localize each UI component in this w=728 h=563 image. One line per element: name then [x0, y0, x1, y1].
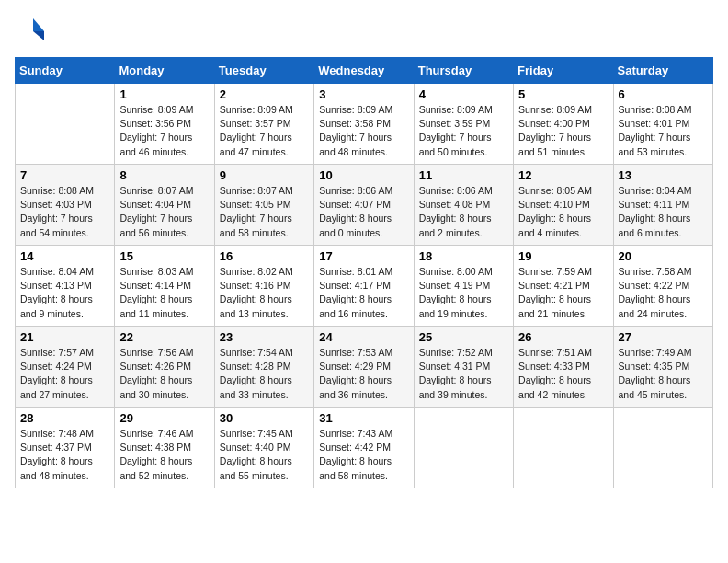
day-number: 5: [518, 87, 608, 101]
calendar-cell: 12Sunrise: 8:05 AMSunset: 4:10 PMDayligh…: [514, 165, 613, 246]
calendar-cell: 18Sunrise: 8:00 AMSunset: 4:19 PMDayligh…: [414, 246, 513, 327]
col-header-friday: Friday: [514, 58, 613, 84]
day-info: Sunrise: 7:52 AMSunset: 4:31 PMDaylight:…: [419, 346, 508, 402]
day-number: 20: [619, 249, 708, 263]
day-info: Sunrise: 8:07 AMSunset: 4:05 PMDaylight:…: [220, 184, 309, 240]
calendar-week-5: 28Sunrise: 7:48 AMSunset: 4:37 PMDayligh…: [16, 408, 713, 488]
day-info: Sunrise: 7:58 AMSunset: 4:22 PMDaylight:…: [619, 265, 708, 321]
col-header-sunday: Sunday: [16, 58, 115, 84]
day-info: Sunrise: 8:02 AMSunset: 4:16 PMDaylight:…: [220, 265, 309, 321]
calendar-cell: 7Sunrise: 8:08 AMSunset: 4:03 PMDaylight…: [16, 165, 115, 246]
day-number: 17: [319, 249, 408, 263]
day-number: 23: [220, 330, 309, 344]
day-info: Sunrise: 8:06 AMSunset: 4:08 PMDaylight:…: [419, 184, 508, 240]
col-header-wednesday: Wednesday: [314, 58, 414, 84]
day-number: 10: [319, 168, 408, 182]
calendar-cell: 9Sunrise: 8:07 AMSunset: 4:05 PMDaylight…: [214, 165, 313, 246]
day-number: 25: [419, 330, 508, 344]
day-info: Sunrise: 7:59 AMSunset: 4:21 PMDaylight:…: [518, 265, 608, 321]
day-info: Sunrise: 7:43 AMSunset: 4:42 PMDaylight:…: [319, 427, 408, 483]
day-number: 6: [619, 87, 708, 101]
calendar-cell: 17Sunrise: 8:01 AMSunset: 4:17 PMDayligh…: [314, 246, 414, 327]
calendar-cell: 4Sunrise: 8:09 AMSunset: 3:59 PMDaylight…: [414, 84, 513, 165]
day-number: 16: [220, 249, 309, 263]
calendar-cell: 24Sunrise: 7:53 AMSunset: 4:29 PMDayligh…: [314, 327, 414, 408]
calendar-cell: 25Sunrise: 7:52 AMSunset: 4:31 PMDayligh…: [414, 327, 513, 408]
day-number: 29: [119, 411, 209, 425]
calendar-cell: 2Sunrise: 8:09 AMSunset: 3:57 PMDaylight…: [214, 84, 313, 165]
col-header-tuesday: Tuesday: [214, 58, 313, 84]
day-number: 26: [518, 330, 608, 344]
day-number: 9: [220, 168, 309, 182]
calendar-cell: 19Sunrise: 7:59 AMSunset: 4:21 PMDayligh…: [514, 246, 613, 327]
calendar-cell: 6Sunrise: 8:08 AMSunset: 4:01 PMDaylight…: [613, 84, 712, 165]
calendar-cell: 27Sunrise: 7:49 AMSunset: 4:35 PMDayligh…: [613, 327, 712, 408]
day-number: 11: [419, 168, 508, 182]
day-info: Sunrise: 7:45 AMSunset: 4:40 PMDaylight:…: [220, 427, 309, 483]
day-number: 31: [319, 411, 408, 425]
svg-marker-1: [33, 31, 44, 40]
day-number: 28: [20, 411, 109, 425]
calendar-week-1: 1Sunrise: 8:09 AMSunset: 3:56 PMDaylight…: [16, 84, 713, 165]
day-number: 21: [20, 330, 109, 344]
day-number: 8: [119, 168, 209, 182]
calendar-cell: 31Sunrise: 7:43 AMSunset: 4:42 PMDayligh…: [314, 408, 414, 488]
col-header-monday: Monday: [115, 58, 214, 84]
calendar-cell: [414, 408, 513, 488]
day-info: Sunrise: 7:54 AMSunset: 4:28 PMDaylight:…: [220, 346, 309, 402]
day-info: Sunrise: 8:03 AMSunset: 4:14 PMDaylight:…: [119, 265, 209, 321]
col-header-saturday: Saturday: [613, 58, 712, 84]
day-info: Sunrise: 8:01 AMSunset: 4:17 PMDaylight:…: [319, 265, 408, 321]
day-info: Sunrise: 8:06 AMSunset: 4:07 PMDaylight:…: [319, 184, 408, 240]
calendar-cell: 21Sunrise: 7:57 AMSunset: 4:24 PMDayligh…: [16, 327, 115, 408]
day-info: Sunrise: 8:07 AMSunset: 4:04 PMDaylight:…: [119, 184, 209, 240]
day-info: Sunrise: 8:09 AMSunset: 3:56 PMDaylight:…: [119, 103, 209, 159]
calendar-cell: 8Sunrise: 8:07 AMSunset: 4:04 PMDaylight…: [115, 165, 214, 246]
calendar-cell: 3Sunrise: 8:09 AMSunset: 3:58 PMDaylight…: [314, 84, 414, 165]
calendar-cell: [613, 408, 712, 488]
day-info: Sunrise: 7:53 AMSunset: 4:29 PMDaylight:…: [319, 346, 408, 402]
day-number: 30: [220, 411, 309, 425]
calendar-cell: 11Sunrise: 8:06 AMSunset: 4:08 PMDayligh…: [414, 165, 513, 246]
calendar-cell: 10Sunrise: 8:06 AMSunset: 4:07 PMDayligh…: [314, 165, 414, 246]
calendar-cell: 23Sunrise: 7:54 AMSunset: 4:28 PMDayligh…: [214, 327, 313, 408]
day-number: 18: [419, 249, 508, 263]
day-info: Sunrise: 7:51 AMSunset: 4:33 PMDaylight:…: [518, 346, 608, 402]
calendar-cell: 20Sunrise: 7:58 AMSunset: 4:22 PMDayligh…: [613, 246, 712, 327]
day-info: Sunrise: 7:46 AMSunset: 4:38 PMDaylight:…: [119, 427, 209, 483]
calendar-cell: 16Sunrise: 8:02 AMSunset: 4:16 PMDayligh…: [214, 246, 313, 327]
day-number: 19: [518, 249, 608, 263]
day-number: 14: [20, 249, 109, 263]
day-number: 15: [119, 249, 209, 263]
day-number: 1: [119, 87, 209, 101]
day-number: 24: [319, 330, 408, 344]
day-info: Sunrise: 8:05 AMSunset: 4:10 PMDaylight:…: [518, 184, 608, 240]
calendar-cell: 28Sunrise: 7:48 AMSunset: 4:37 PMDayligh…: [16, 408, 115, 488]
day-info: Sunrise: 8:09 AMSunset: 3:57 PMDaylight:…: [220, 103, 309, 159]
day-number: 13: [619, 168, 708, 182]
day-info: Sunrise: 7:48 AMSunset: 4:37 PMDaylight:…: [20, 427, 109, 483]
day-info: Sunrise: 8:08 AMSunset: 4:01 PMDaylight:…: [619, 103, 708, 159]
day-info: Sunrise: 7:49 AMSunset: 4:35 PMDaylight:…: [619, 346, 708, 402]
day-info: Sunrise: 7:56 AMSunset: 4:26 PMDaylight:…: [119, 346, 209, 402]
day-info: Sunrise: 8:04 AMSunset: 4:11 PMDaylight:…: [619, 184, 708, 240]
day-number: 2: [220, 87, 309, 101]
calendar-cell: 5Sunrise: 8:09 AMSunset: 4:00 PMDaylight…: [514, 84, 613, 165]
calendar-cell: 29Sunrise: 7:46 AMSunset: 4:38 PMDayligh…: [115, 408, 214, 488]
calendar-cell: 26Sunrise: 7:51 AMSunset: 4:33 PMDayligh…: [514, 327, 613, 408]
calendar-cell: 15Sunrise: 8:03 AMSunset: 4:14 PMDayligh…: [115, 246, 214, 327]
calendar-cell: 13Sunrise: 8:04 AMSunset: 4:11 PMDayligh…: [613, 165, 712, 246]
calendar-cell: 1Sunrise: 8:09 AMSunset: 3:56 PMDaylight…: [115, 84, 214, 165]
day-number: 12: [518, 168, 608, 182]
calendar-cell: 30Sunrise: 7:45 AMSunset: 4:40 PMDayligh…: [214, 408, 313, 488]
day-info: Sunrise: 7:57 AMSunset: 4:24 PMDaylight:…: [20, 346, 109, 402]
calendar-cell: 14Sunrise: 8:04 AMSunset: 4:13 PMDayligh…: [16, 246, 115, 327]
day-number: 22: [119, 330, 209, 344]
day-info: Sunrise: 8:09 AMSunset: 4:00 PMDaylight:…: [518, 103, 608, 159]
calendar-cell: [514, 408, 613, 488]
calendar-cell: 22Sunrise: 7:56 AMSunset: 4:26 PMDayligh…: [115, 327, 214, 408]
day-info: Sunrise: 8:09 AMSunset: 3:58 PMDaylight:…: [319, 103, 408, 159]
calendar-table: SundayMondayTuesdayWednesdayThursdayFrid…: [15, 57, 713, 488]
calendar-week-2: 7Sunrise: 8:08 AMSunset: 4:03 PMDaylight…: [16, 165, 713, 246]
day-info: Sunrise: 8:00 AMSunset: 4:19 PMDaylight:…: [419, 265, 508, 321]
